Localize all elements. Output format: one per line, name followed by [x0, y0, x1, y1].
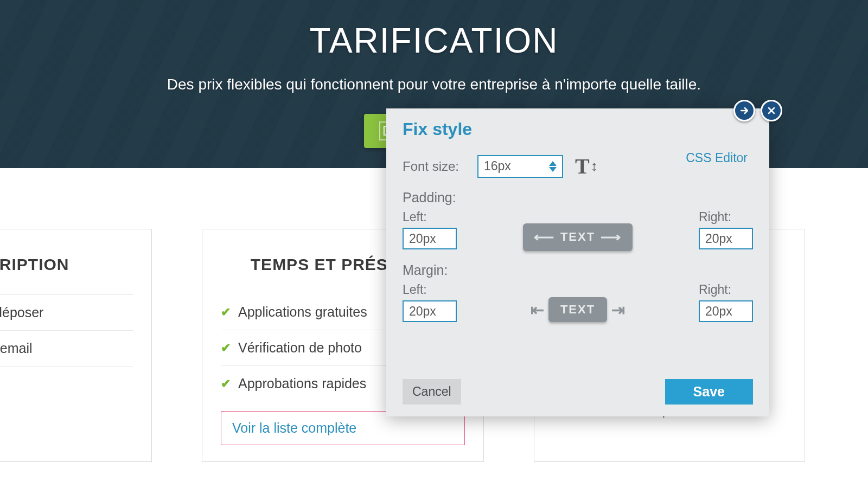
- full-list-link[interactable]: Voir la liste complète: [232, 420, 356, 435]
- diagram-text: TEXT: [560, 230, 595, 244]
- card-title: NSCRIPTION: [0, 255, 133, 274]
- list-item: ✔ ier par SMS / email: [0, 331, 133, 367]
- list-item: ✔ rface glisser-déposer: [0, 294, 133, 331]
- page-subtitle: Des prix flexibles qui fonctionnent pour…: [0, 76, 868, 93]
- margin-section: Margin: Left: ⇤ TEXT ⇥ Right:: [403, 262, 753, 322]
- check-icon: ✔: [221, 305, 231, 319]
- next-button[interactable]: [733, 100, 755, 121]
- padding-left-input[interactable]: [403, 228, 457, 249]
- arrow-right-icon: [739, 105, 750, 116]
- close-icon: [766, 105, 777, 116]
- padding-label: Padding:: [403, 190, 753, 206]
- arrow-left-icon: ⟵: [528, 229, 560, 246]
- spinner-down-icon[interactable]: [549, 167, 557, 172]
- margin-left-input[interactable]: [403, 300, 457, 322]
- page-title: TARIFICATION: [0, 0, 868, 61]
- arrow-right-icon: ⟶: [595, 229, 627, 246]
- diagram-text: TEXT: [560, 303, 595, 317]
- feature-text: Vérification de photo: [238, 340, 362, 356]
- margin-label: Margin:: [403, 262, 753, 278]
- spinner-up-icon[interactable]: [549, 161, 557, 166]
- arrow-bar-left-icon: ⇤: [526, 300, 548, 319]
- check-icon: ✔: [221, 377, 231, 391]
- padding-left-label: Left:: [403, 210, 457, 224]
- margin-left-label: Left:: [403, 282, 457, 297]
- dialog-button-row: Cancel Save: [403, 379, 753, 404]
- cancel-button[interactable]: Cancel: [403, 379, 461, 404]
- card-inscription: NSCRIPTION ✔ rface glisser-déposer ✔ ier…: [0, 229, 152, 462]
- dialog-title: Fix style: [403, 119, 753, 139]
- list-item: ✔ èles faciles: [0, 367, 133, 402]
- fix-style-dialog: Fix style CSS Editor Font size: T↕ Paddi…: [386, 108, 769, 416]
- close-button[interactable]: [761, 100, 782, 121]
- font-size-spinner[interactable]: [549, 155, 561, 178]
- margin-right-label: Right:: [699, 282, 753, 297]
- feature-text: Applications gratuites: [238, 304, 367, 320]
- save-button[interactable]: Save: [665, 379, 753, 404]
- font-size-label: Font size:: [403, 159, 465, 174]
- dialog-controls: [733, 100, 782, 121]
- text-height-icon: T↕: [575, 153, 598, 179]
- css-editor-link[interactable]: CSS Editor: [686, 151, 748, 165]
- padding-diagram: ⟵ TEXT ⟶: [457, 224, 699, 249]
- feature-text: rface glisser-déposer: [0, 305, 43, 320]
- feature-text: ier par SMS / email: [0, 341, 33, 356]
- check-icon: ✔: [221, 341, 231, 355]
- padding-right-label: Right:: [699, 210, 753, 224]
- padding-section: Padding: Left: ⟵ TEXT ⟶ Right:: [403, 190, 753, 249]
- arrow-bar-right-icon: ⇥: [607, 300, 629, 319]
- margin-diagram: ⇤ TEXT ⇥: [457, 297, 699, 322]
- padding-right-input[interactable]: [699, 228, 753, 249]
- feature-text: Approbations rapides: [238, 376, 366, 391]
- margin-right-input[interactable]: [699, 300, 753, 322]
